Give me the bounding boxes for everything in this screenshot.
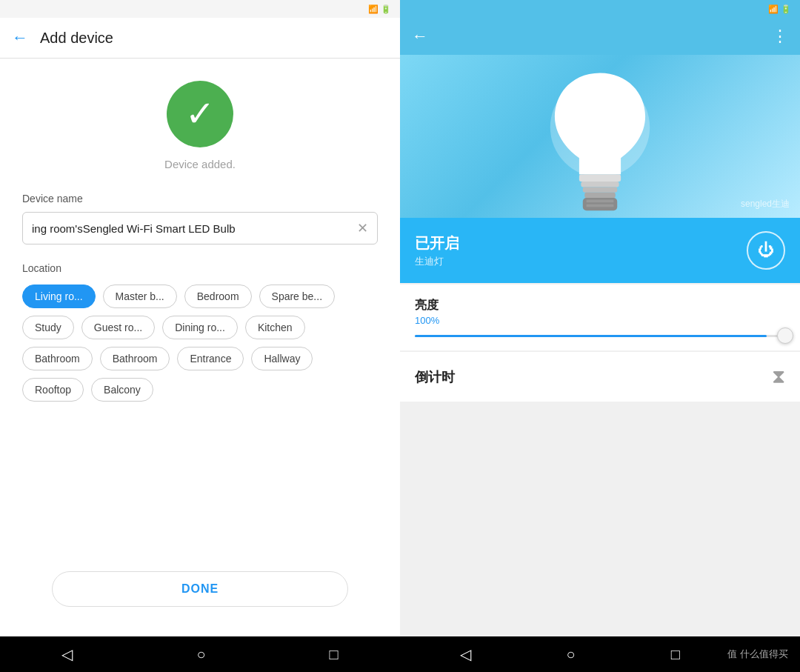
bulb-hero-section: sengled生迪 (400, 55, 800, 218)
location-tag-bathroom1[interactable]: Bathroom (22, 347, 93, 370)
brightness-section: 亮度 100% (400, 285, 800, 350)
slider-thumb[interactable] (777, 327, 793, 344)
sengled-watermark: sengled生迪 (741, 198, 790, 210)
right-panel: 📶 🔋 ← ⋮ sengled生迪 已开启 生迪灯 ⏻ (400, 0, 800, 672)
status-bar-text: 📶 🔋 (368, 4, 391, 14)
main-content: ✓ Device added. Device name ✕ Location L… (0, 59, 400, 636)
svg-rect-2 (581, 182, 619, 187)
power-icon: ⏻ (758, 241, 774, 260)
location-tag-bedroom[interactable]: Bedroom (184, 285, 252, 308)
nav-back-icon-right[interactable]: ◁ (460, 645, 471, 663)
on-text: 已开启 生迪灯 (415, 233, 459, 268)
done-button[interactable]: DONE (52, 571, 348, 607)
location-tag-guest[interactable]: Guest ro... (81, 316, 155, 339)
page-title: Add device (40, 30, 113, 47)
right-back-button[interactable]: ← (412, 27, 428, 46)
nav-recent-icon-right[interactable]: □ (671, 646, 680, 663)
location-tag-spare[interactable]: Spare be... (259, 285, 336, 308)
status-icons-right: 📶 🔋 (768, 4, 791, 14)
device-name-field-wrap: ✕ (22, 212, 378, 244)
slider-fill (415, 335, 767, 337)
bulb-image (400, 55, 800, 218)
slider-track[interactable] (415, 335, 785, 337)
svg-rect-7 (587, 204, 614, 207)
svg-rect-4 (584, 193, 616, 198)
checkmark-icon: ✓ (185, 96, 215, 132)
location-tag-bathroom2[interactable]: Bathroom (100, 347, 170, 370)
success-indicator: ✓ Device added. (22, 81, 378, 170)
right-header: ← ⋮ (400, 18, 800, 55)
timer-icon: ⧗ (772, 365, 785, 388)
on-subtitle: 生迪灯 (415, 255, 459, 268)
brightness-slider-wrap (415, 335, 785, 337)
timer-section[interactable]: 倒计时 ⧗ (400, 352, 800, 402)
header: ← Add device (0, 18, 400, 59)
on-section: 已开启 生迪灯 ⏻ (400, 218, 800, 283)
device-added-text: Device added. (164, 158, 236, 170)
nav-home-icon-right[interactable]: ○ (567, 646, 576, 663)
device-name-label: Device name (22, 193, 378, 204)
left-panel: 📶 🔋 ← Add device ✓ Device added. Device … (0, 0, 400, 672)
back-button[interactable]: ← (12, 28, 28, 47)
location-tag-study[interactable]: Study (22, 316, 74, 339)
location-tag-rooftop[interactable]: Rooftop (22, 378, 84, 402)
success-circle: ✓ (167, 81, 233, 147)
nav-bar-right: ◁ ○ □ 值 什么值得买 (400, 636, 800, 672)
power-button[interactable]: ⏻ (747, 231, 785, 270)
location-tag-dining[interactable]: Dining ro... (162, 316, 238, 339)
status-bar-left: 📶 🔋 (0, 0, 400, 18)
timer-label: 倒计时 (415, 368, 455, 386)
svg-rect-3 (583, 187, 617, 192)
nav-back-icon[interactable]: ◁ (61, 645, 73, 663)
nav-home-icon[interactable]: ○ (196, 646, 205, 663)
done-btn-wrap: DONE (22, 564, 378, 622)
on-title: 已开启 (415, 233, 459, 253)
location-label: Location (22, 262, 378, 274)
brightness-label: 亮度 (415, 298, 785, 313)
bottom-watermark: 值 什么值得买 (727, 648, 788, 661)
location-tag-kitchen[interactable]: Kitchen (245, 316, 305, 339)
clear-input-button[interactable]: ✕ (357, 220, 368, 236)
status-bar-right: 📶 🔋 (400, 0, 800, 18)
location-tag-balcony[interactable]: Balcony (91, 378, 153, 402)
location-tag-hallway[interactable]: Hallway (251, 347, 313, 370)
svg-rect-1 (579, 174, 621, 182)
location-tag-master[interactable]: Master b... (103, 285, 177, 308)
device-name-input[interactable] (32, 222, 351, 235)
location-tag-living[interactable]: Living ro... (22, 285, 96, 308)
brightness-pct: 100% (415, 315, 785, 326)
location-tag-entrance[interactable]: Entrance (177, 347, 244, 370)
nav-recent-icon[interactable]: □ (329, 646, 338, 663)
nav-bar-left: ◁ ○ □ (0, 636, 400, 672)
more-options-button[interactable]: ⋮ (772, 27, 788, 46)
location-tags: Living ro...Master b...BedroomSpare be..… (22, 285, 378, 402)
nav-icons: ◁ ○ □ (412, 645, 727, 663)
svg-rect-6 (587, 200, 614, 203)
